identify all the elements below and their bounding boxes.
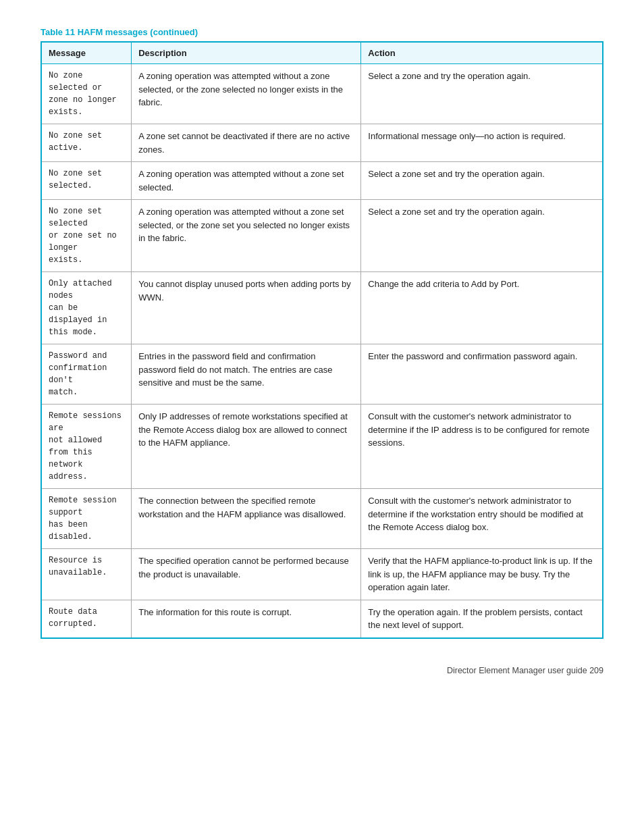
cell-description: The specified operation cannot be perfor… [132,549,361,600]
cell-message: Only attached nodes can be displayed in … [41,272,132,344]
cell-action: Select a zone set and try the operation … [361,162,603,200]
cell-message: Remote session support has been disabled… [41,489,132,549]
cell-action: Consult with the customer's network admi… [361,489,603,549]
table-row: Password and confirmation don't match.En… [41,344,603,405]
cell-description: The information for this route is corrup… [132,600,361,638]
hafm-messages-table: Message Description Action No zone selec… [41,41,603,639]
table-title-line: Table 11 HAFM messages (continued) [41,27,603,37]
cell-description: Entries in the password field and confir… [132,344,361,405]
table-header-row: Message Description Action [41,42,603,64]
cell-message: Remote sessions are not allowed from thi… [41,405,132,489]
footer-text: Director Element Manager user guide 209 [447,666,603,675]
table-row: No zone set selected.A zoning operation … [41,162,603,200]
table-row: Remote session support has been disabled… [41,489,603,549]
table-number: Table 11 [41,27,75,37]
cell-message: No zone set active. [41,124,132,162]
cell-message: No zone selected or zone no longer exist… [41,64,132,124]
col-description: Description [132,42,361,64]
table-subtitle: HAFM messages (continued) [78,27,198,37]
cell-action: Enter the password and confirmation pass… [361,344,603,405]
cell-action: Select a zone and try the operation agai… [361,64,603,124]
table-row: No zone set selected or zone set no long… [41,200,603,272]
cell-action: Verify that the HAFM appliance-to-produc… [361,549,603,600]
cell-action: Change the add criteria to Add by Port. [361,272,603,344]
cell-message: Route data corrupted. [41,600,132,638]
cell-action: Select a zone set and try the operation … [361,200,603,272]
cell-action: Informational message only—no action is … [361,124,603,162]
col-action: Action [361,42,603,64]
table-row: Resource is unavailable.The specified op… [41,549,603,600]
table-row: Remote sessions are not allowed from thi… [41,405,603,489]
col-message: Message [41,42,132,64]
cell-description: A zoning operation was attempted without… [132,64,361,124]
cell-description: A zoning operation was attempted without… [132,162,361,200]
cell-description: Only IP addresses of remote workstations… [132,405,361,489]
cell-description: The connection between the specified rem… [132,489,361,549]
cell-message: No zone set selected. [41,162,132,200]
table-row: Route data corrupted.The information for… [41,600,603,638]
table-row: Only attached nodes can be displayed in … [41,272,603,344]
cell-action: Consult with the customer's network admi… [361,405,603,489]
cell-description: A zoning operation was attempted without… [132,200,361,272]
cell-action: Try the operation again. If the problem … [361,600,603,638]
table-row: No zone selected or zone no longer exist… [41,64,603,124]
cell-message: Password and confirmation don't match. [41,344,132,405]
footer: Director Element Manager user guide 209 [41,666,603,675]
cell-description: You cannot display unused ports when add… [132,272,361,344]
cell-message: No zone set selected or zone set no long… [41,200,132,272]
table-row: No zone set active.A zone set cannot be … [41,124,603,162]
cell-message: Resource is unavailable. [41,549,132,600]
cell-description: A zone set cannot be deactivated if ther… [132,124,361,162]
